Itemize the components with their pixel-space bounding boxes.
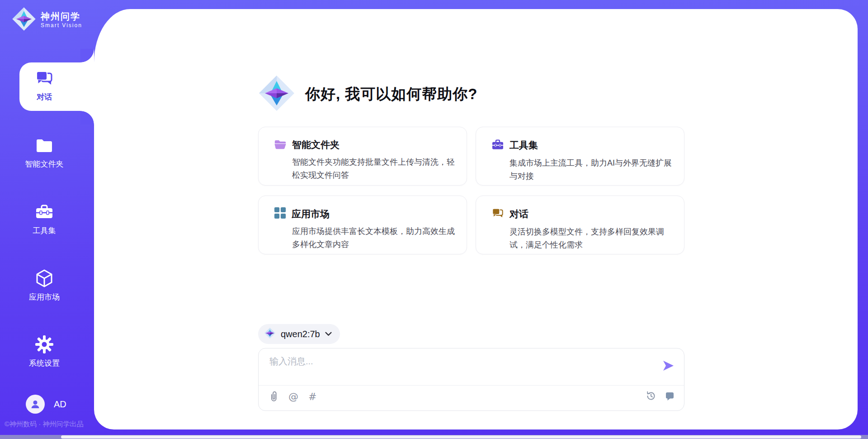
sidebar-item-toolset[interactable]: 工具集 <box>0 202 89 236</box>
card-title: 工具集 <box>509 139 538 152</box>
model-selector[interactable]: qwen2:7b <box>258 324 340 344</box>
sidebar-item-settings[interactable]: 系统设置 <box>0 335 89 368</box>
hash-icon: # <box>308 391 316 402</box>
copyright-footer: ©神州数码 · 神州问学出品 <box>5 420 95 429</box>
model-name: qwen2:7b <box>281 329 320 339</box>
sidebar-item-app-market[interactable]: 应用市场 <box>0 269 89 302</box>
card-app-market[interactable]: 应用市场 应用市场提供丰富长文本模板，助力高效生成多样化文章内容 <box>258 196 467 254</box>
brand-logo[interactable]: 神州问学 Smart Vision <box>12 7 82 33</box>
card-title: 对话 <box>509 208 528 220</box>
tab-fillet-top <box>80 49 94 62</box>
user-account[interactable]: AD <box>26 395 66 414</box>
card-title: 智能文件夹 <box>292 138 340 151</box>
chat-icon <box>491 207 504 221</box>
brand-diamond-icon <box>12 7 36 33</box>
send-button[interactable] <box>661 359 675 373</box>
gear-icon <box>35 348 54 355</box>
avatar <box>26 395 45 414</box>
horizontal-scrollbar-thumb[interactable] <box>61 435 861 439</box>
message-composer: @ # <box>258 348 684 411</box>
at-icon: @ <box>288 391 298 402</box>
history-button[interactable] <box>646 391 656 403</box>
card-description: 集成市场上主流工具，助力AI与外界无缝扩展与对接 <box>509 157 674 183</box>
sidebar-item-label: 智能文件夹 <box>0 159 89 169</box>
card-smart-folder[interactable]: 智能文件夹 智能文件夹功能支持批量文件上传与清洗，轻松实现文件问答 <box>258 127 467 186</box>
app-root: 神州问学 Smart Vision 对话 智能文件夹 <box>0 0 868 439</box>
user-label: AD <box>54 399 66 410</box>
app-grid-icon <box>274 207 286 221</box>
folder-icon <box>35 148 54 156</box>
card-title: 应用市场 <box>292 208 330 220</box>
cube-icon <box>35 282 54 289</box>
attach-file-button[interactable] <box>269 391 278 403</box>
tab-fillet-bottom <box>80 111 94 124</box>
mention-button[interactable]: @ <box>288 391 298 402</box>
chevron-down-icon <box>325 330 332 338</box>
chat-bubble-icon <box>665 391 675 403</box>
composer-divider <box>259 385 684 386</box>
hero: 你好, 我可以如何帮助你? <box>258 75 684 114</box>
model-diamond-icon <box>264 327 276 341</box>
sidebar-item-label: 工具集 <box>0 225 89 236</box>
send-icon <box>662 367 675 373</box>
toolbox-icon <box>35 215 54 223</box>
brand-subtitle: Smart Vision <box>41 23 82 29</box>
sidebar-item-label: 应用市场 <box>0 292 89 302</box>
chat-icon <box>35 81 54 89</box>
card-chat[interactable]: 对话 灵活切换多模型文件，支持多样回复效果调试，满足个性化需求 <box>476 196 684 254</box>
sidebar-item-label: 系统设置 <box>0 358 89 368</box>
folder-open-icon <box>274 138 287 152</box>
card-description: 应用市场提供丰富长文本模板，助力高效生成多样化文章内容 <box>292 225 457 251</box>
main-panel: 你好, 我可以如何帮助你? 智能文件夹 智能文件夹功能支持批量文件上传与清洗，轻… <box>94 9 858 429</box>
sidebar-item-smart-folder[interactable]: 智能文件夹 <box>0 136 89 169</box>
horizontal-scrollbar <box>0 435 868 439</box>
feature-cards: 智能文件夹 智能文件夹功能支持批量文件上传与清洗，轻松实现文件问答 <box>258 127 684 254</box>
sidebar-item-label: 对话 <box>0 92 89 102</box>
hashtag-button[interactable]: # <box>308 391 316 402</box>
card-description: 灵活切换多模型文件，支持多样回复效果调试，满足个性化需求 <box>509 225 674 252</box>
message-input[interactable] <box>269 355 649 382</box>
card-toolset[interactable]: 工具集 集成市场上主流工具，助力AI与外界无缝扩展与对接 <box>476 127 684 186</box>
feedback-chat-button[interactable] <box>665 391 675 403</box>
paperclip-icon <box>269 391 278 403</box>
toolbox-icon <box>491 138 504 153</box>
sidebar-item-chat[interactable]: 对话 <box>0 69 89 102</box>
card-description: 智能文件夹功能支持批量文件上传与清洗，轻松实现文件问答 <box>292 156 457 182</box>
greeting-title: 你好, 我可以如何帮助你? <box>305 84 478 105</box>
brand-name: 神州问学 <box>41 11 82 22</box>
hero-diamond-icon <box>258 75 295 114</box>
history-icon <box>646 391 656 403</box>
